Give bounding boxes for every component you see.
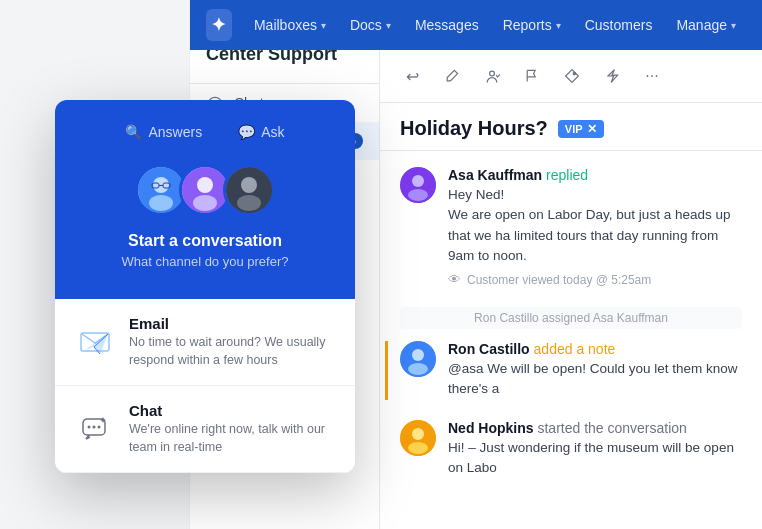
author-name: Ned Hopkins (448, 420, 534, 436)
system-message: Ron Castillo assigned Asa Kauffman (400, 307, 742, 329)
nav-item-customers[interactable]: Customers (575, 11, 663, 39)
toolbar-undo-btn[interactable]: ↩ (396, 60, 428, 92)
nav-item-manage[interactable]: Manage ▾ (666, 11, 746, 39)
svg-point-28 (98, 426, 101, 429)
channel-email-text: Email No time to wait around? We usually… (129, 315, 335, 369)
chat-channel-icon (75, 409, 115, 449)
widget-top: 🔍 Answers 💬 Ask (55, 100, 355, 299)
nav-item-docs[interactable]: Docs ▾ (340, 11, 401, 39)
channel-chat[interactable]: Chat We're online right now, talk with o… (55, 386, 355, 473)
message-text: Hi! – Just wondering if the museum will … (448, 438, 742, 479)
conv-title: Holiday Hours? VIP ✕ (400, 117, 742, 140)
message-author: Asa Kauffman replied (448, 167, 742, 183)
svg-point-26 (88, 426, 91, 429)
toolbar-assign-btn[interactable] (476, 60, 508, 92)
message-body: Asa Kauffman replied Hey Ned! We are ope… (448, 167, 742, 287)
svg-point-4 (412, 175, 424, 187)
toolbar-flag-btn[interactable] (516, 60, 548, 92)
eye-icon: 👁 (448, 272, 461, 287)
svg-point-27 (93, 426, 96, 429)
author-name: Asa Kauffman (448, 167, 542, 183)
channel-chat-desc: We're online right now, talk with our te… (129, 421, 335, 456)
channel-chat-text: Chat We're online right now, talk with o… (129, 402, 335, 456)
svg-point-20 (193, 195, 217, 211)
widget-tab-ask[interactable]: 💬 Ask (230, 120, 292, 144)
table-row: Asa Kauffman replied Hey Ned! We are ope… (400, 167, 742, 287)
nav-reports-label: Reports (503, 17, 552, 33)
svg-point-5 (408, 189, 428, 201)
toolbar-more-btn[interactable]: ··· (636, 60, 668, 92)
meta-text: Customer viewed today @ 5:25am (467, 273, 651, 287)
toolbar-edit-btn[interactable] (436, 60, 468, 92)
widget-overlay: 🔍 Answers 💬 Ask (55, 100, 355, 473)
search-icon: 🔍 (125, 124, 142, 140)
channel-email[interactable]: Email No time to wait around? We usually… (55, 299, 355, 386)
channel-chat-name: Chat (129, 402, 335, 419)
avatar (400, 167, 436, 203)
message-author: Ned Hopkins started the conversation (448, 420, 742, 436)
message-body: Ron Castillo added a note @asa We will b… (448, 341, 742, 400)
widget-channels: Email No time to wait around? We usually… (55, 299, 355, 473)
nav-logo: ✦ (206, 9, 232, 41)
nav-docs-label: Docs (350, 17, 382, 33)
author-action: started the conversation (537, 420, 686, 436)
toolbar: ↩ ··· (380, 50, 762, 103)
tab-answers-label: Answers (148, 124, 202, 140)
widget-start-title: Start a conversation (75, 232, 335, 250)
nav-reports-chevron: ▾ (556, 20, 561, 31)
svg-point-22 (241, 177, 257, 193)
main-content: ↩ ··· Holi (380, 50, 762, 529)
svg-point-2 (573, 72, 575, 74)
widget-tabs: 🔍 Answers 💬 Ask (75, 120, 335, 144)
avatar (400, 341, 436, 377)
widget-tab-answers[interactable]: 🔍 Answers (117, 120, 210, 144)
message-text: @asa We will be open! Could you let them… (448, 359, 742, 400)
avatar (400, 420, 436, 456)
svg-point-8 (408, 363, 428, 375)
nav-customers-label: Customers (585, 17, 653, 33)
table-row: Ned Hopkins started the conversation Hi!… (400, 420, 742, 479)
svg-point-10 (412, 428, 424, 440)
nav-messages-label: Messages (415, 17, 479, 33)
vip-label: VIP (565, 123, 583, 135)
nav-manage-label: Manage (676, 17, 727, 33)
svg-point-14 (149, 195, 173, 211)
author-name: Ron Castillo (448, 341, 530, 357)
nav-mailboxes-label: Mailboxes (254, 17, 317, 33)
nav-mailboxes-chevron: ▾ (321, 20, 326, 31)
nav-item-mailboxes[interactable]: Mailboxes ▾ (244, 11, 336, 39)
author-action: added a note (534, 341, 616, 357)
message-meta: 👁 Customer viewed today @ 5:25am (448, 272, 742, 287)
message-text: Hey Ned! We are open on Labor Day, but j… (448, 185, 742, 266)
vip-badge: VIP ✕ (558, 120, 604, 138)
svg-point-11 (408, 442, 428, 454)
tab-ask-label: Ask (261, 124, 284, 140)
top-nav: ✦ Mailboxes ▾ Docs ▾ Messages Reports ▾ … (190, 0, 762, 50)
conv-header: Holiday Hours? VIP ✕ (380, 103, 762, 151)
svg-point-1 (490, 71, 495, 76)
author-action: replied (546, 167, 588, 183)
chat-bubble-icon: 💬 (238, 124, 255, 140)
nav-logo-icon: ✦ (211, 14, 226, 36)
nav-manage-chevron: ▾ (731, 20, 736, 31)
table-row: Ron Castillo added a note @asa We will b… (385, 341, 742, 400)
svg-point-19 (197, 177, 213, 193)
svg-point-23 (237, 195, 261, 211)
svg-point-7 (412, 349, 424, 361)
channel-email-name: Email (129, 315, 335, 332)
message-body: Ned Hopkins started the conversation Hi!… (448, 420, 742, 479)
email-icon (75, 322, 115, 362)
nav-item-reports[interactable]: Reports ▾ (493, 11, 571, 39)
channel-email-desc: No time to wait around? We usually respo… (129, 334, 335, 369)
nav-item-messages[interactable]: Messages (405, 11, 489, 39)
widget-start-subtitle: What channel do you prefer? (75, 254, 335, 269)
toolbar-action-btn[interactable] (596, 60, 628, 92)
nav-docs-chevron: ▾ (386, 20, 391, 31)
messages-area: Asa Kauffman replied Hey Ned! We are ope… (380, 151, 762, 500)
conv-title-text: Holiday Hours? (400, 117, 548, 140)
vip-close-btn[interactable]: ✕ (587, 122, 597, 136)
agent-avatar (223, 164, 275, 216)
agents-row (75, 164, 335, 216)
message-author: Ron Castillo added a note (448, 341, 742, 357)
toolbar-tag-btn[interactable] (556, 60, 588, 92)
